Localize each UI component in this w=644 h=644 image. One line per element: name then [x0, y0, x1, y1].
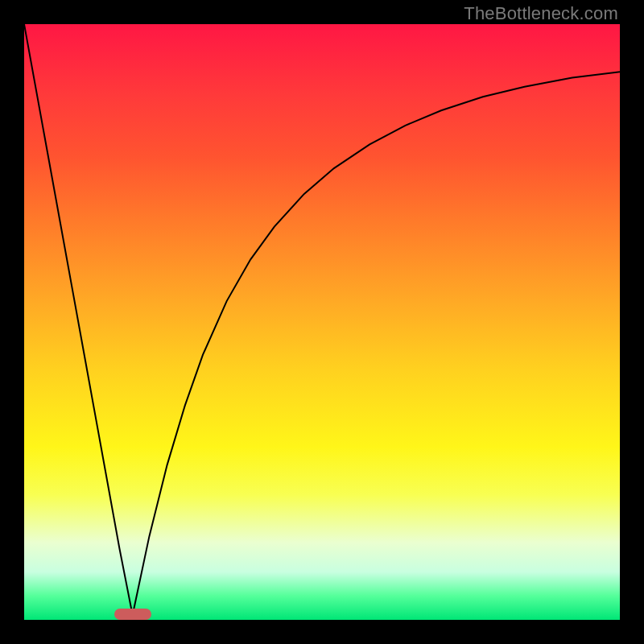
plot-area [24, 24, 620, 620]
watermark-text: TheBottleneck.com [464, 3, 618, 24]
optimal-marker [114, 609, 151, 620]
bottleneck-curve [24, 24, 620, 620]
chart-frame: TheBottleneck.com [0, 0, 644, 644]
